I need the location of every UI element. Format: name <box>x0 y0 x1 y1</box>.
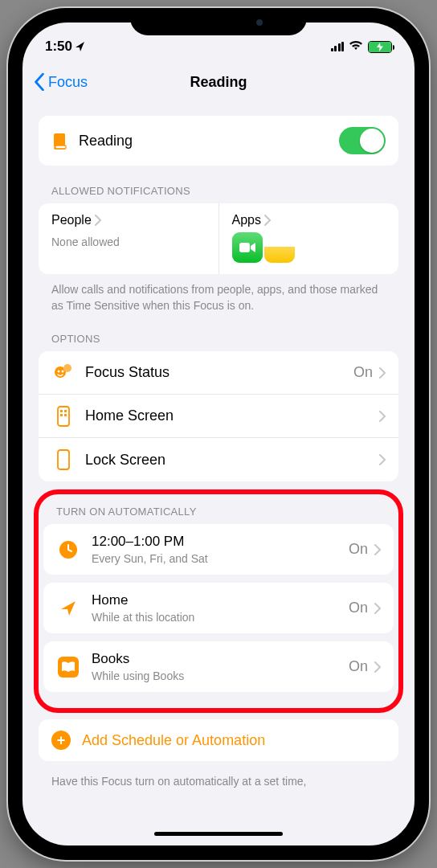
automation-location[interactable]: Home While at this location On <box>43 583 394 633</box>
section-options: OPTIONS <box>39 313 398 351</box>
focus-status-row[interactable]: Focus Status On <box>39 351 398 395</box>
location-arrow-icon <box>56 599 80 618</box>
automation-title: Home <box>92 592 194 608</box>
chevron-right-icon <box>95 215 101 226</box>
svg-rect-2 <box>239 243 250 252</box>
svg-rect-12 <box>58 450 69 469</box>
options-card: Focus Status On Home Screen Loc <box>39 351 398 481</box>
screen: 1:50 Focus <box>22 23 415 845</box>
automation-value: On <box>349 600 368 616</box>
notch <box>130 8 307 35</box>
svg-point-5 <box>58 370 60 372</box>
facetime-icon <box>232 232 263 263</box>
status-time: 1:50 <box>45 39 85 55</box>
allowed-apps[interactable]: Apps <box>219 203 399 274</box>
people-label: People <box>51 213 92 227</box>
nav-bar: Focus Reading <box>22 63 415 101</box>
lock-screen-icon <box>51 449 76 470</box>
clock-icon <box>56 539 80 560</box>
home-screen-label: Home Screen <box>85 407 174 424</box>
allowed-people[interactable]: People None allowed <box>39 203 219 274</box>
svg-rect-11 <box>64 414 67 416</box>
phone-frame: 1:50 Focus <box>8 8 429 860</box>
page-title: Reading <box>190 74 247 91</box>
section-allowed: ALLOWED NOTIFICATIONS <box>39 166 398 203</box>
automation-time[interactable]: 12:00–1:00 PM Every Sun, Fri, and Sat On <box>43 524 394 575</box>
chevron-right-icon <box>374 544 381 555</box>
focus-status-icon <box>51 362 76 383</box>
section-auto: TURN ON AUTOMATICALLY <box>43 494 394 524</box>
svg-point-6 <box>62 370 64 372</box>
focus-status-value: On <box>353 364 373 381</box>
home-screen-icon <box>51 406 76 427</box>
home-screen-row[interactable]: Home Screen <box>39 395 398 438</box>
focus-switch[interactable] <box>339 127 386 154</box>
chevron-right-icon <box>379 454 386 465</box>
automation-sub: While using Books <box>92 669 184 682</box>
chevron-right-icon <box>379 367 386 379</box>
location-icon <box>76 41 85 52</box>
focus-name: Reading <box>79 133 133 149</box>
svg-rect-1 <box>55 145 66 149</box>
automation-title: Books <box>92 651 184 667</box>
notifications-helper: Allow calls and notifications from peopl… <box>39 274 398 313</box>
lock-screen-label: Lock Screen <box>85 452 165 469</box>
automation-value: On <box>349 658 368 675</box>
add-label: Add Schedule or Automation <box>82 732 265 749</box>
automation-sub: Every Sun, Fri, and Sat <box>92 552 208 565</box>
wifi-icon <box>349 39 363 54</box>
chevron-left-icon <box>34 73 45 91</box>
books-icon <box>56 656 80 678</box>
focus-status-label: Focus Status <box>85 364 169 381</box>
notifications-card: People None allowed Apps <box>39 203 398 274</box>
people-sub: None allowed <box>51 235 206 248</box>
automation-value: On <box>349 541 368 558</box>
cellular-icon <box>331 42 345 51</box>
focus-toggle-row[interactable]: Reading <box>39 116 398 166</box>
svg-rect-10 <box>60 414 63 416</box>
home-indicator[interactable] <box>154 832 283 836</box>
apps-label: Apps <box>232 213 261 227</box>
add-automation-row[interactable]: + Add Schedule or Automation <box>39 719 398 761</box>
book-icon <box>51 132 67 149</box>
automation-highlight: TURN ON AUTOMATICALLY 12:00–1:00 PM Ever… <box>34 489 403 713</box>
back-label: Focus <box>48 74 88 91</box>
chevron-right-icon <box>379 411 386 422</box>
battery-icon <box>368 41 392 53</box>
automation-title: 12:00–1:00 PM <box>92 534 208 550</box>
svg-rect-7 <box>58 407 69 426</box>
lock-screen-row[interactable]: Lock Screen <box>39 438 398 481</box>
footer-helper: Have this Focus turn on automatically at… <box>39 761 398 790</box>
automation-sub: While at this location <box>92 611 194 624</box>
chevron-right-icon <box>374 603 381 614</box>
automation-app[interactable]: Books While using Books On <box>43 641 394 692</box>
svg-point-4 <box>63 364 71 372</box>
chevron-right-icon <box>374 661 381 673</box>
svg-rect-8 <box>60 410 63 412</box>
clock-text: 1:50 <box>45 39 72 55</box>
back-button[interactable]: Focus <box>34 73 88 91</box>
svg-rect-9 <box>64 410 67 412</box>
notes-icon <box>264 232 295 263</box>
chevron-right-icon <box>264 215 271 226</box>
plus-icon: + <box>51 731 71 750</box>
